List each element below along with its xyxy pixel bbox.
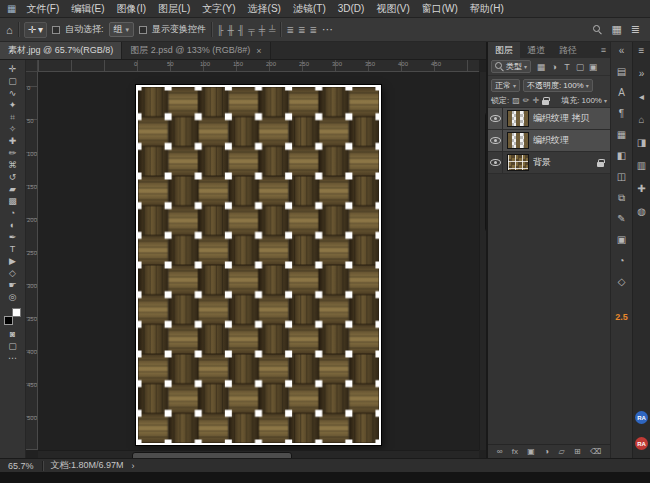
panel-dock-icon[interactable]: ▦ (617, 130, 626, 140)
align-icon[interactable]: ╟ (217, 25, 223, 35)
tool-button[interactable]: ◇ (2, 267, 24, 279)
layer-filter-icon[interactable]: ◑ (549, 62, 559, 72)
toolbar-extra-button[interactable]: ▢ (2, 340, 24, 352)
tool-button[interactable]: T (2, 243, 24, 255)
lock-option-icon[interactable]: ✏ (523, 96, 530, 105)
panel-dock-icon[interactable]: ▥ (637, 161, 646, 171)
tool-button[interactable]: ▢ (2, 75, 24, 87)
status-chevron-icon[interactable]: › (132, 461, 135, 471)
layers-footer-icon[interactable]: ⊞ (574, 447, 581, 456)
tool-button[interactable]: ✧ (2, 123, 24, 135)
layer-thumbnail[interactable] (507, 154, 529, 171)
tool-button[interactable]: ◐ (2, 219, 24, 231)
opacity-dropdown[interactable]: 不透明度: 100% ▾ (523, 79, 593, 92)
account-badge-blue[interactable]: RA (635, 411, 648, 424)
panel-dock-icon[interactable]: » (639, 69, 645, 79)
layers-footer-icon[interactable]: ⌫ (590, 447, 601, 456)
menu-item[interactable]: 3D(D) (332, 0, 371, 18)
align-icon[interactable]: ╪ (259, 25, 265, 35)
layer-filter-icon[interactable]: ▣ (588, 62, 598, 72)
vertical-ruler[interactable]: 050100150200250300350400450500 (26, 72, 38, 450)
color-swatches[interactable] (4, 308, 21, 325)
tab-channels[interactable]: 通道 (520, 42, 552, 58)
layer-row[interactable]: 编织纹理 拷贝 (488, 108, 610, 130)
panel-dock-icon[interactable]: ◍ (637, 207, 646, 217)
tool-button[interactable]: ⌘ (2, 159, 24, 171)
background-color-swatch[interactable] (12, 308, 21, 317)
auto-select-target-dropdown[interactable]: 组 ▾ (109, 22, 135, 37)
menu-item[interactable]: 文件(F) (20, 0, 65, 18)
align-icon[interactable]: ╤ (248, 25, 254, 35)
toolbar-extra-button[interactable]: ◙ (2, 328, 24, 340)
panel-dock-icon[interactable]: ⌂ (638, 115, 644, 125)
tool-button[interactable]: ∿ (2, 87, 24, 99)
tool-button[interactable]: ☛ (2, 279, 24, 291)
panel-dock-icon[interactable]: ✚ (637, 184, 645, 194)
tool-button[interactable]: ⌗ (2, 111, 24, 123)
menu-item[interactable]: 编辑(E) (65, 0, 110, 18)
filter-kind-dropdown[interactable]: 类型 ▾ (491, 60, 531, 73)
panel-dock-icon[interactable]: « (619, 46, 625, 56)
lock-all-icon[interactable] (542, 100, 549, 105)
menu-item[interactable]: 图层(L) (152, 0, 196, 18)
horizontal-scrollbar[interactable] (38, 450, 479, 458)
layers-footer-icon[interactable]: ◑ (544, 447, 549, 456)
panel-dock-icon[interactable]: ¶ (619, 109, 624, 119)
layer-row[interactable]: 背景 (488, 152, 610, 174)
panel-dock-icon[interactable]: ▣ (617, 235, 626, 245)
foreground-color-swatch[interactable] (4, 316, 13, 325)
workspace-menu-icon[interactable]: ≣ (631, 23, 640, 36)
tool-preset-picker[interactable]: ✛ ▾ (24, 22, 47, 38)
layers-footer-icon[interactable]: ▣ (527, 447, 535, 456)
visibility-toggle[interactable] (488, 130, 503, 152)
panel-dock-icon[interactable]: ◂ (639, 92, 644, 102)
menu-item[interactable]: 帮助(H) (464, 0, 510, 18)
tool-button[interactable]: ◎ (2, 291, 24, 303)
distribute-icon[interactable]: ≣ (298, 25, 306, 35)
dock-menu-icon[interactable]: ≡ (639, 46, 645, 56)
tool-button[interactable]: ✒ (2, 231, 24, 243)
panel-dock-icon[interactable]: ✎ (617, 214, 625, 224)
panel-dock-icon[interactable]: A (618, 88, 625, 98)
align-icon[interactable]: ╫ (228, 25, 234, 35)
panel-menu-icon[interactable]: ≡ (597, 42, 610, 58)
account-badge-red[interactable]: RA (635, 437, 648, 450)
auto-select-checkbox[interactable] (52, 26, 60, 34)
layer-thumbnail[interactable] (507, 110, 529, 127)
menu-item[interactable]: 图像(I) (111, 0, 152, 18)
layer-filter-icon[interactable]: ▦ (536, 62, 546, 72)
more-options-icon[interactable]: ⋯ (322, 23, 333, 36)
show-transform-checkbox[interactable] (139, 26, 147, 34)
menu-item[interactable]: 视图(V) (370, 0, 415, 18)
zoom-level[interactable]: 65.7% (8, 461, 34, 471)
layers-footer-icon[interactable]: ▱ (558, 447, 564, 456)
blend-mode-dropdown[interactable]: 正常 ▾ (491, 79, 520, 92)
panel-dock-icon[interactable]: ◧ (617, 151, 626, 161)
align-icon[interactable]: ╢ (238, 25, 244, 35)
panel-dock-icon[interactable]: ◨ (637, 138, 646, 148)
menu-item[interactable]: 滤镜(T) (287, 0, 332, 18)
tool-button[interactable]: ✏ (2, 147, 24, 159)
document-tab[interactable]: 素材.jpg @ 65.7%(RGB/8) (0, 42, 122, 59)
horizontal-ruler[interactable]: 050100150200250300350400450 (38, 60, 479, 72)
visibility-toggle[interactable] (488, 108, 503, 130)
tool-button[interactable]: ↺ (2, 171, 24, 183)
tool-button[interactable]: ✛ (2, 63, 24, 75)
tool-button[interactable]: ▶ (2, 255, 24, 267)
lock-option-icon[interactable]: ▨ (512, 96, 520, 105)
search-icon[interactable] (593, 25, 602, 34)
panel-dock-icon[interactable]: ◇ (618, 277, 626, 287)
document-tab[interactable]: 图层 2.psd @ 133% (RGB/8#) × (122, 42, 270, 59)
tool-button[interactable]: ◔ (2, 207, 24, 219)
distribute-icon[interactable]: ≣ (310, 25, 318, 35)
layer-filter-icon[interactable]: T (562, 62, 572, 72)
tab-layers[interactable]: 图层 (488, 42, 520, 58)
align-icon[interactable]: ╧ (269, 25, 275, 35)
tool-button[interactable]: ▩ (2, 195, 24, 207)
distribute-icon[interactable]: ≣ (286, 25, 294, 35)
menu-item[interactable]: 文字(Y) (196, 0, 241, 18)
panel-dock-icon[interactable]: ◫ (617, 172, 626, 182)
document-canvas[interactable] (136, 85, 381, 445)
pasteboard[interactable] (38, 72, 479, 450)
tool-button[interactable]: ✚ (2, 135, 24, 147)
